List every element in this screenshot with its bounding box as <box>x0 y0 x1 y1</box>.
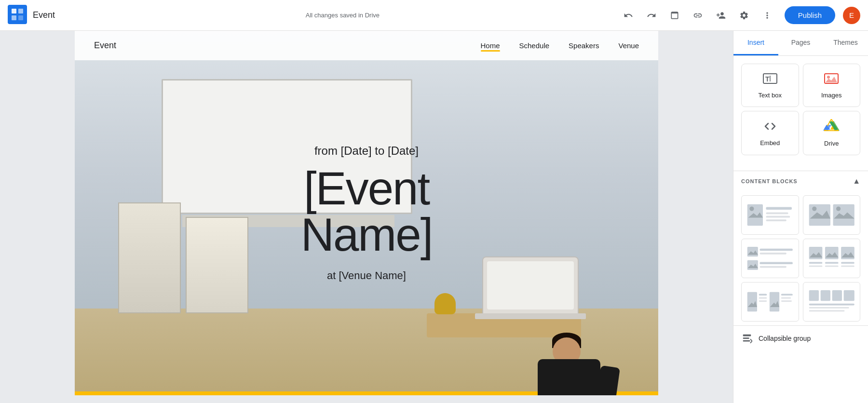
svg-rect-52 <box>743 335 751 336</box>
svg-rect-4 <box>18 15 23 20</box>
svg-rect-44 <box>781 300 792 302</box>
svg-rect-48 <box>843 290 854 301</box>
svg-rect-31 <box>809 262 822 264</box>
svg-rect-3 <box>12 15 16 20</box>
insert-section: T Text box Images <box>733 56 868 171</box>
hero-venue: at [Venue Name] <box>327 269 406 282</box>
save-status: All changes saved in Drive <box>67 12 619 19</box>
svg-rect-16 <box>766 216 790 218</box>
insert-drive[interactable]: Drive <box>803 111 861 155</box>
right-panel: Insert Pages Themes T Text box <box>733 31 868 403</box>
tab-insert[interactable]: Insert <box>733 31 778 55</box>
collapse-icon: ▲ <box>853 177 860 186</box>
link-button[interactable] <box>688 6 707 25</box>
block-item-2[interactable] <box>803 195 861 235</box>
undo-button[interactable] <box>619 6 638 25</box>
svg-rect-54 <box>743 340 750 342</box>
block-item-3[interactable] <box>741 239 799 278</box>
svg-rect-49 <box>809 304 854 306</box>
svg-rect-32 <box>809 266 822 267</box>
app-logo <box>8 5 27 26</box>
block-item-4[interactable] <box>803 239 861 278</box>
svg-rect-2 <box>18 9 23 13</box>
insert-embed[interactable]: Embed <box>741 111 799 155</box>
svg-rect-0 <box>8 5 27 24</box>
main-content: Event Home Schedule Speakers Venue <box>0 31 868 403</box>
collapsible-group-label: Collapsible group <box>759 335 811 342</box>
text-box-label: Text box <box>759 92 782 99</box>
more-options-button[interactable] <box>758 6 777 25</box>
svg-rect-25 <box>747 260 758 270</box>
svg-rect-22 <box>747 247 758 256</box>
content-blocks-grid <box>733 191 868 325</box>
hero-date-range: from [Date] to [Date] <box>314 144 419 158</box>
settings-button[interactable] <box>734 6 754 25</box>
collapsible-group[interactable]: Collapsible group <box>733 325 868 351</box>
avatar[interactable]: E <box>843 7 860 24</box>
svg-rect-47 <box>832 290 841 301</box>
svg-point-19 <box>812 206 816 211</box>
redo-button[interactable] <box>642 6 661 25</box>
svg-rect-33 <box>825 262 838 264</box>
share-button[interactable] <box>711 6 731 25</box>
svg-point-13 <box>749 206 754 211</box>
svg-text:T: T <box>765 75 770 83</box>
panel-tabs: Insert Pages Themes <box>733 31 868 56</box>
topbar-actions: Publish E <box>619 6 860 25</box>
svg-rect-20 <box>833 204 854 226</box>
block-item-5[interactable] <box>741 282 799 322</box>
drive-label: Drive <box>824 140 839 147</box>
svg-point-21 <box>836 206 840 211</box>
svg-rect-41 <box>770 292 779 312</box>
svg-rect-14 <box>766 207 792 210</box>
svg-rect-50 <box>809 307 849 309</box>
svg-rect-15 <box>766 212 788 214</box>
content-blocks-label: CONTENT BLOCKS <box>741 178 798 184</box>
svg-rect-40 <box>759 300 767 302</box>
svg-rect-1 <box>12 9 16 13</box>
svg-rect-17 <box>766 219 786 221</box>
svg-rect-38 <box>759 294 767 296</box>
svg-rect-43 <box>781 297 791 299</box>
svg-rect-46 <box>820 290 830 301</box>
embed-icon <box>762 120 778 135</box>
images-label: Images <box>821 92 842 99</box>
svg-rect-34 <box>825 266 838 267</box>
hero-section[interactable]: from [Date] to [Date] [Event Name] at [V… <box>75 31 658 395</box>
site-preview: Event Home Schedule Speakers Venue <box>75 31 658 395</box>
svg-rect-26 <box>760 262 793 264</box>
text-box-icon: T <box>762 72 778 88</box>
canvas-area[interactable]: Event Home Schedule Speakers Venue <box>0 31 733 403</box>
svg-rect-45 <box>809 290 818 301</box>
embed-label: Embed <box>760 139 780 147</box>
content-blocks-header[interactable]: CONTENT BLOCKS ▲ <box>733 171 868 191</box>
svg-rect-37 <box>747 292 757 312</box>
svg-rect-27 <box>760 266 787 268</box>
svg-rect-35 <box>841 262 854 264</box>
block-item-1[interactable] <box>741 195 799 235</box>
svg-point-11 <box>827 76 830 79</box>
svg-rect-24 <box>760 253 787 255</box>
drive-icon <box>823 119 840 136</box>
svg-rect-42 <box>781 294 793 296</box>
topbar: Event All changes saved in Drive Pu <box>0 0 868 31</box>
tab-pages[interactable]: Pages <box>778 31 823 55</box>
block-item-6[interactable] <box>803 282 861 322</box>
publish-button[interactable]: Publish <box>785 6 835 24</box>
hero-event-name: [Event Name] <box>301 165 433 258</box>
svg-rect-36 <box>841 266 854 267</box>
svg-rect-39 <box>759 297 767 299</box>
svg-rect-51 <box>809 310 844 312</box>
page-title: Event <box>33 10 55 20</box>
insert-grid: T Text box Images <box>741 64 860 155</box>
insert-text-box[interactable]: T Text box <box>741 64 799 107</box>
preview-button[interactable] <box>665 6 684 25</box>
svg-rect-53 <box>743 337 749 339</box>
svg-rect-23 <box>760 249 793 251</box>
svg-rect-5 <box>672 12 678 13</box>
insert-images[interactable]: Images <box>803 64 861 107</box>
images-icon <box>824 72 839 88</box>
collapsible-group-icon <box>741 333 753 344</box>
tab-themes[interactable]: Themes <box>823 31 868 55</box>
svg-rect-6 <box>672 13 678 18</box>
